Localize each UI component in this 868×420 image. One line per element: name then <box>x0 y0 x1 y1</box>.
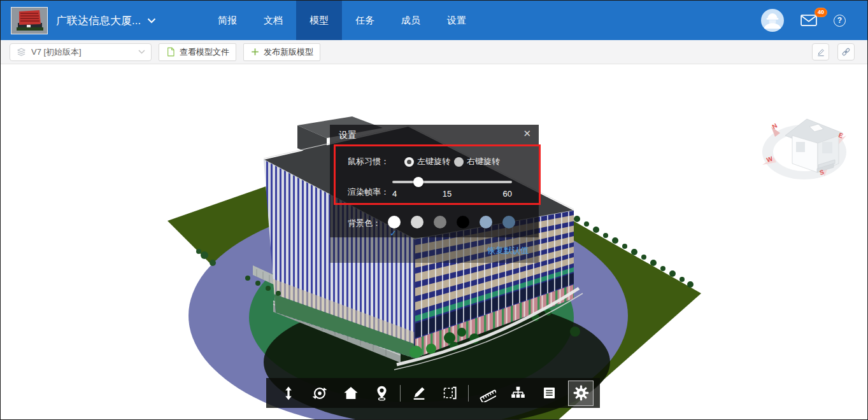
project-thumbnail[interactable] <box>11 7 48 34</box>
measure-tool-button[interactable] <box>471 378 502 408</box>
version-selector[interactable]: V7 [初始版本] <box>10 43 152 61</box>
model-tree-button[interactable] <box>502 378 534 408</box>
radio-right-rotate[interactable] <box>454 157 464 167</box>
settings-dialog-body: 设置 ✕ 鼠标习惯： 左键旋转 右键旋转 渲染帧率： 4 15 60 <box>330 125 539 237</box>
gear-icon <box>573 384 590 402</box>
settings-tool-button[interactable] <box>568 381 594 406</box>
radio-left-rotate-label[interactable]: 左键旋转 <box>417 156 450 167</box>
tab-model[interactable]: 模型 <box>296 1 342 40</box>
unread-badge: 40 <box>815 8 827 17</box>
model-toolbar-actions <box>812 43 855 60</box>
share-link-button[interactable] <box>837 43 855 60</box>
mouse-habit-label: 鼠标习惯： <box>348 156 389 167</box>
envelope-icon <box>800 14 817 27</box>
background-color-swatches: ✓ ✓ ✓ ✓ ✓ ✓ <box>388 216 515 228</box>
tab-tasks[interactable]: 任务 <box>342 1 388 40</box>
framerate-slider[interactable] <box>392 181 512 183</box>
tick-mid: 15 <box>443 189 452 199</box>
project-title: 广联达信息大厦... <box>56 13 141 28</box>
help-button[interactable]: ? <box>834 15 846 27</box>
document-icon <box>166 46 176 57</box>
color-swatch-steelblue[interactable]: ✓ <box>480 216 492 228</box>
tick-min: 4 <box>392 189 397 199</box>
title-bar: 广联达信息大厦... 简报 文档 模型 任务 成员 设置 <box>1 1 867 40</box>
app-window: 广联达信息大厦... 简报 文档 模型 任务 成员 设置 <box>0 0 868 420</box>
section-box-icon <box>442 385 458 401</box>
list-form-icon <box>541 385 557 401</box>
tab-members[interactable]: 成员 <box>388 1 434 40</box>
messages-button[interactable]: 40 <box>800 14 817 29</box>
view-cube[interactable]: W E S N <box>757 96 853 192</box>
slider-handle[interactable] <box>413 177 423 187</box>
mouse-habit-row: 鼠标习惯： 左键旋转 右键旋转 <box>348 156 500 167</box>
home-view-button[interactable] <box>335 378 366 408</box>
svg-text:N: N <box>771 122 779 130</box>
check-icon: ✓ <box>390 228 397 238</box>
tree <box>570 326 580 337</box>
framerate-label: 渲染帧率： <box>348 186 389 198</box>
color-swatch-black[interactable]: ✓ <box>457 216 469 228</box>
elevation-tool-button[interactable] <box>273 378 304 408</box>
color-swatch-white[interactable]: ✓ <box>388 216 401 228</box>
toolbar-divider <box>468 385 469 402</box>
location-tool-button[interactable] <box>366 378 397 408</box>
draw-tool-button[interactable] <box>403 378 434 408</box>
chevron-down-icon <box>138 50 145 54</box>
tab-settings[interactable]: 设置 <box>434 1 480 40</box>
orbit-icon <box>311 385 328 402</box>
updown-arrow-icon <box>281 386 296 401</box>
hierarchy-tree-icon <box>510 385 526 401</box>
background-color-label: 背景色： <box>348 218 381 229</box>
pencil-icon <box>816 47 826 57</box>
publish-new-version-button[interactable]: 发布新版模型 <box>243 43 320 61</box>
help-glyph: ? <box>837 16 842 25</box>
layers-icon <box>16 46 27 57</box>
model-viewport[interactable]: W E S N <box>1 64 867 420</box>
dialog-title: 设置 <box>339 130 357 141</box>
chevron-down-icon[interactable] <box>147 18 156 24</box>
pencil-icon <box>411 385 427 401</box>
project-thumbnail-image <box>11 8 47 34</box>
reset-defaults-link[interactable]: 恢复默认值 <box>487 246 529 255</box>
tick-max: 60 <box>503 189 512 199</box>
toolbar-divider <box>400 385 401 402</box>
home-icon <box>343 385 359 402</box>
viewer-toolbar <box>266 378 600 408</box>
view-model-files-label: 查看模型文件 <box>180 46 229 58</box>
close-icon[interactable]: ✕ <box>523 128 531 139</box>
tab-documents[interactable]: 文档 <box>250 1 296 40</box>
section-box-tool-button[interactable] <box>434 378 466 408</box>
header-actions: 40 ? <box>761 9 846 32</box>
framerate-ticks: 4 15 60 <box>392 189 512 199</box>
main-tabs: 简报 文档 模型 任务 成员 设置 <box>204 1 480 40</box>
tab-briefing[interactable]: 简报 <box>204 1 250 40</box>
version-selector-value: V7 [初始版本] <box>31 46 82 58</box>
color-swatch-lightgray[interactable]: ✓ <box>411 216 423 228</box>
orbit-tool-button[interactable] <box>304 378 335 408</box>
radio-left-rotate[interactable] <box>404 157 414 167</box>
link-icon <box>841 46 851 57</box>
settings-dialog: 设置 ✕ 鼠标习惯： 左键旋转 右键旋转 渲染帧率： 4 15 60 <box>330 125 539 263</box>
view-model-files-button[interactable]: 查看模型文件 <box>159 43 236 61</box>
properties-list-button[interactable] <box>534 378 565 408</box>
color-swatch-gray[interactable]: ✓ <box>434 216 446 228</box>
edit-button[interactable] <box>812 43 829 60</box>
location-pin-icon <box>374 385 390 401</box>
publish-new-version-label: 发布新版模型 <box>264 46 313 58</box>
radio-right-rotate-label[interactable]: 右键旋转 <box>467 156 500 167</box>
worker-avatar-icon <box>761 9 784 32</box>
settings-dialog-footer: 恢复默认值 <box>330 237 539 263</box>
ruler-icon <box>478 384 496 402</box>
color-swatch-darkblue[interactable]: ✓ <box>502 216 515 228</box>
avatar[interactable] <box>761 9 784 32</box>
model-toolbar: V7 [初始版本] 查看模型文件 发布新版模型 <box>1 40 867 64</box>
plus-icon <box>250 47 260 57</box>
